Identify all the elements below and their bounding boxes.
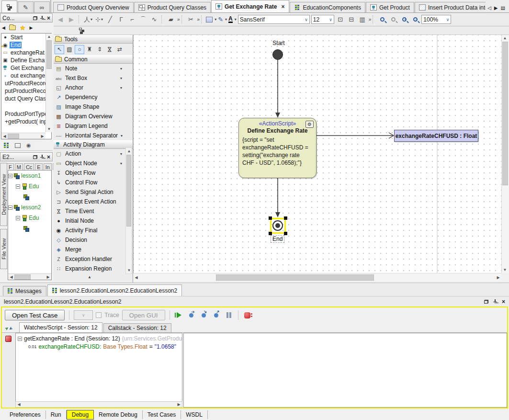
containment-tree-item[interactable]: out exchange <box>1 72 51 79</box>
diagrams-pencil-icon[interactable]: ✎ <box>18 1 34 12</box>
containment-tree-item[interactable]: +getProduct( inp <box>1 118 51 125</box>
pin-icon[interactable] <box>40 155 44 159</box>
expander-icon[interactable] <box>16 216 20 220</box>
containment-tree-item[interactable]: exchangeRat <box>1 49 51 57</box>
start-node-label[interactable]: Start <box>269 40 288 46</box>
next-icon[interactable]: ▶ <box>29 25 33 30</box>
line-rectilinear-icon[interactable]: Γ <box>116 15 126 24</box>
search-binoculars-icon[interactable]: ∞ <box>34 1 50 12</box>
run-icon[interactable] <box>174 310 184 320</box>
line-curve-icon[interactable]: ⌒ <box>138 15 148 24</box>
palette-item[interactable]: Anchor ▾ <box>54 83 133 92</box>
document-tab[interactable]: EducationComponents <box>290 2 365 12</box>
containment-tree-icon[interactable] <box>1 0 17 12</box>
expander-icon[interactable] <box>16 184 20 189</box>
expander-icon[interactable] <box>8 205 12 210</box>
expander-icon[interactable] <box>18 337 22 341</box>
pin-icon[interactable] <box>40 16 44 20</box>
palette-section-activity[interactable]: Activity Diagram <box>54 140 133 149</box>
palette-section-tools[interactable]: Tools <box>54 35 133 44</box>
palette-item[interactable]: Send Signal Action ▾ <box>54 187 133 197</box>
close-icon[interactable]: × <box>502 299 505 304</box>
document-tab[interactable]: Product Query Classes <box>134 2 211 12</box>
font-color-icon[interactable]: A <box>228 16 233 23</box>
palette-item[interactable]: Dependency ▾ <box>54 92 133 102</box>
mode-tab[interactable]: Test Cases <box>143 410 181 419</box>
deployment-tree-item[interactable]: Edu <box>8 213 51 223</box>
lasso-icon[interactable]: ▧ <box>65 45 74 54</box>
breakpoint-icon[interactable] <box>5 336 11 342</box>
end-node-label[interactable]: End <box>271 235 284 243</box>
palette-item[interactable]: Time Event ▾ <box>54 206 133 216</box>
palette-item[interactable]: Control Flow ▾ <box>54 178 133 187</box>
palette-scrollbar[interactable]: ▲ ▼ <box>125 148 132 274</box>
bring-forward-icon[interactable]: ⊡ <box>336 15 345 24</box>
line-oblique-icon[interactable]: ⌐ <box>127 15 137 24</box>
palette-item[interactable]: Horizontal Separator ▾ <box>54 131 133 140</box>
zoom-out-icon[interactable]: − <box>410 15 420 24</box>
shape-tools-icon[interactable]: ▰ <box>166 15 176 24</box>
gear-icon[interactable]: ⚙ <box>305 121 314 128</box>
close-icon[interactable]: × <box>281 3 284 10</box>
e2e-view-tab[interactable]: M <box>15 163 23 170</box>
e2e-view-tab[interactable]: E <box>35 163 42 170</box>
scroll-tabs-left-icon[interactable]: ◁ <box>487 5 491 11</box>
palette-item[interactable]: Image Shape ▾ <box>54 102 133 112</box>
palette-item[interactable]: Action ▾ <box>54 149 133 159</box>
containment-tree-item[interactable] <box>1 102 51 110</box>
watch-root-row[interactable]: getExchangeRate : End (Session: 12) {urn… <box>16 333 182 342</box>
align-icon[interactable]: ⊹▾ <box>94 15 104 24</box>
diagram-canvas[interactable]: Start «ActionScript» Define Exchange Rat… <box>133 35 501 273</box>
scroll-tabs-right-icon[interactable]: ▶ <box>494 5 498 11</box>
step-over-icon[interactable] <box>199 310 209 320</box>
select-cursor-icon[interactable]: ↖ <box>55 45 64 54</box>
chevron-down-icon[interactable]: ▾ <box>120 67 122 71</box>
chevron-down-icon[interactable]: ▾ <box>120 86 122 90</box>
pin-icon[interactable] <box>493 299 497 304</box>
palette-item[interactable]: Activity Final ▾ <box>54 226 133 235</box>
containment-scrollbar-horizontal[interactable]: ◀ ▶ <box>1 133 45 139</box>
eye-icon[interactable]: ◉ <box>26 142 31 148</box>
watches-pane[interactable]: getExchangeRate : End (Session: 12) {urn… <box>15 333 182 408</box>
oval-icon[interactable]: ○ <box>75 45 84 54</box>
selection-handle[interactable] <box>269 232 272 235</box>
pause-icon[interactable] <box>224 310 234 320</box>
chevron-down-icon[interactable]: ▾ <box>120 161 122 166</box>
containment-tree-item[interactable]: Define Excha <box>1 57 51 64</box>
document-tab[interactable]: Get Exchange Rate × <box>211 0 289 12</box>
palette-item[interactable]: Object Flow ▾ <box>54 168 133 178</box>
containment-tree-item[interactable]: duct Query Class <box>1 95 51 102</box>
session-tab[interactable]: Callstack - Session: 12 <box>103 323 171 332</box>
deployment-tree-item[interactable] <box>8 192 51 202</box>
mode-tab[interactable]: Preferences <box>5 410 46 419</box>
initial-node[interactable] <box>272 49 283 60</box>
deployment-tree-item[interactable]: Edu <box>8 181 51 192</box>
deployment-tree-item[interactable] <box>8 223 51 234</box>
mode-tab[interactable]: Debug <box>67 410 94 420</box>
distribute-vertical-icon[interactable]: ⇕ <box>95 45 104 54</box>
palette-section-common[interactable]: Common <box>54 55 133 64</box>
containment-tree-item[interactable]: ProductPortType <box>1 110 51 118</box>
font-family-combo[interactable]: SansSerif∨ <box>238 15 310 24</box>
containment-scrollbar-vertical[interactable]: ▲ ▼ <box>45 34 52 132</box>
output-tab[interactable]: lesson2.EducationLesson2.EducationLesson… <box>47 284 182 296</box>
tab-list-icon[interactable]: ▤ <box>501 5 505 11</box>
cut-icon[interactable]: ✂ <box>186 15 196 24</box>
prev-icon[interactable]: ◀ <box>2 25 5 30</box>
line-spline-icon[interactable]: ∿ <box>149 15 159 24</box>
watches-detail-pane[interactable] <box>183 333 507 408</box>
zoom-in-icon[interactable]: + <box>399 15 409 24</box>
palette-item[interactable]: Note ▾ <box>54 64 133 73</box>
activity-final-node[interactable] <box>272 220 283 231</box>
deployment-tree-item[interactable]: lesson2 <box>8 202 51 213</box>
palette-item[interactable]: Object Node ▾ <box>54 159 133 168</box>
palette-item[interactable]: Accept Event Action ▾ <box>54 197 133 206</box>
chevron-down-icon[interactable]: ▾ <box>120 152 122 156</box>
palette-item[interactable]: Expansion Region ▾ <box>54 264 133 273</box>
containment-tree-item[interactable]: Start <box>1 34 51 41</box>
mode-tab[interactable]: Remote Debug <box>94 410 143 419</box>
float-window-icon[interactable] <box>33 155 37 159</box>
terminate-icon[interactable] <box>243 310 252 320</box>
close-icon[interactable]: × <box>47 155 50 159</box>
palette-item[interactable]: Merge ▾ <box>54 245 133 254</box>
